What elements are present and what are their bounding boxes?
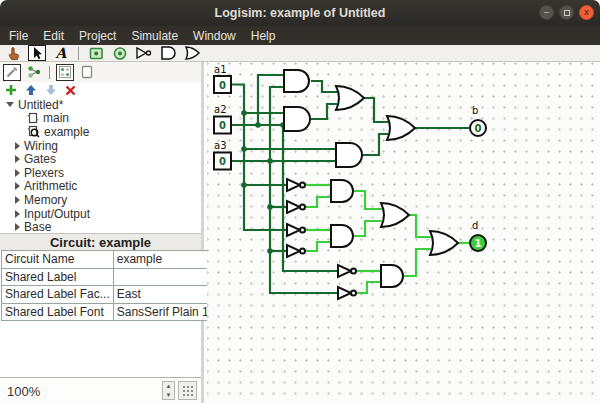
zoom-spinner[interactable]: ▲▼ xyxy=(162,381,175,400)
circuit-actions xyxy=(0,83,201,97)
explorer-toolbar-separator xyxy=(49,66,50,79)
attribute-table: Circuit Name example Shared Label Shared… xyxy=(1,250,219,321)
expand-triangle-icon[interactable] xyxy=(15,142,20,150)
left-panel: Untitled* main example Wiring Gates Plex… xyxy=(0,62,204,403)
poke-tool-icon[interactable] xyxy=(4,45,22,61)
tree-lib-memory[interactable]: Memory xyxy=(0,193,201,207)
tree-item-example[interactable]: example xyxy=(0,125,201,139)
svg-text:b: b xyxy=(472,105,478,116)
not-gate-2 xyxy=(287,201,305,213)
svg-text:1: 1 xyxy=(475,238,482,249)
circuit-icon xyxy=(27,112,39,124)
input-pin-tool-icon[interactable] xyxy=(87,45,105,61)
text-tool-icon[interactable]: A xyxy=(52,45,70,61)
input-pin-a3[interactable]: a3 0 xyxy=(214,140,231,170)
svg-text:0: 0 xyxy=(219,80,226,91)
move-down-icon[interactable] xyxy=(44,84,57,97)
tree-lib-base[interactable]: Base xyxy=(0,220,201,234)
svg-text:0: 0 xyxy=(475,123,482,134)
grid-toggle-button[interactable] xyxy=(178,381,197,400)
and-gate-5[interactable] xyxy=(331,225,353,247)
tree-lib-io[interactable]: Input/Output xyxy=(0,207,201,221)
maximize-button[interactable] xyxy=(559,5,574,20)
explorer-toolbar xyxy=(0,62,201,82)
close-button[interactable]: x xyxy=(579,5,594,20)
wire-junctions xyxy=(241,110,286,254)
table-row[interactable]: Shared Label Fac... East xyxy=(2,286,219,304)
circuit-svg: a1 0 a2 0 a3 0 b 0 d xyxy=(207,62,600,403)
input-pin-a2[interactable]: a2 0 xyxy=(214,104,231,134)
expand-triangle-icon[interactable] xyxy=(15,210,20,218)
svg-text:d: d xyxy=(472,220,478,231)
remove-circuit-icon[interactable] xyxy=(64,84,77,97)
and-gate-6[interactable] xyxy=(381,265,403,287)
expand-triangle-icon[interactable] xyxy=(15,155,20,163)
circuit-canvas[interactable]: a1 0 a2 0 a3 0 b 0 d xyxy=(207,62,600,403)
menubar: File Edit Project Simulate Window Help xyxy=(0,26,600,45)
svg-text:a2: a2 xyxy=(214,104,227,115)
edit-tool-icon[interactable] xyxy=(28,45,46,61)
and-gate-2[interactable] xyxy=(284,107,310,131)
table-row[interactable]: Circuit Name example xyxy=(2,251,219,269)
svg-text:a1: a1 xyxy=(214,64,227,75)
not-gate-6 xyxy=(338,287,356,299)
tree-lib-arithmetic[interactable]: Arithmetic xyxy=(0,180,201,194)
menu-simulate[interactable]: Simulate xyxy=(131,29,178,43)
menu-project[interactable]: Project xyxy=(79,29,116,43)
window-title: Logisim: example of Untitled xyxy=(215,6,386,20)
and-gate-4[interactable] xyxy=(331,180,353,202)
expand-triangle-icon[interactable] xyxy=(15,223,20,231)
zoom-bar: 100% ▲▼ xyxy=(0,377,201,403)
output-pin-tool-icon[interactable] xyxy=(111,45,129,61)
add-circuit-icon[interactable] xyxy=(4,84,17,97)
menu-file[interactable]: File xyxy=(9,29,28,43)
or-gate-3[interactable] xyxy=(430,231,458,255)
and-gate-3[interactable] xyxy=(336,143,362,167)
expand-triangle-icon[interactable] xyxy=(15,196,20,204)
zoom-value[interactable]: 100% xyxy=(7,384,40,399)
tree-lib-wiring[interactable]: Wiring xyxy=(0,139,201,153)
toolbox-icon[interactable] xyxy=(3,64,21,81)
output-pin-d[interactable]: d 1 xyxy=(470,220,486,251)
layout-icon[interactable] xyxy=(56,64,74,81)
attribute-panel-header: Circuit: example xyxy=(0,233,201,250)
simulation-tree-icon[interactable] xyxy=(25,64,43,81)
input-pin-a1[interactable]: a1 0 xyxy=(214,64,231,93)
svg-text:0: 0 xyxy=(219,156,226,167)
not-gate-4 xyxy=(287,245,305,257)
collapse-triangle-icon[interactable] xyxy=(6,102,14,107)
svg-text:0: 0 xyxy=(219,120,226,131)
output-pin-b[interactable]: b 0 xyxy=(470,105,486,136)
or-gate-1[interactable] xyxy=(336,86,364,110)
minimize-button[interactable]: – xyxy=(539,5,554,20)
or-gate-2[interactable] xyxy=(381,203,409,227)
not-gate-3 xyxy=(287,224,305,236)
and-gate-1[interactable] xyxy=(284,70,309,92)
menu-window[interactable]: Window xyxy=(193,29,236,43)
main-toolbar: A xyxy=(0,45,600,62)
not-gate-1 xyxy=(287,179,305,191)
appearance-icon[interactable] xyxy=(78,64,96,81)
table-row[interactable]: Shared Label Font SansSerif Plain 12 xyxy=(2,303,219,321)
current-circuit-icon xyxy=(27,125,40,138)
tree-lib-gates[interactable]: Gates xyxy=(0,152,201,166)
logisim-window: Logisim: example of Untitled – x File Ed… xyxy=(0,0,600,403)
table-row[interactable]: Shared Label xyxy=(2,268,219,286)
titlebar: Logisim: example of Untitled – x xyxy=(0,0,600,26)
or-gate-tool-icon[interactable] xyxy=(183,45,201,61)
not-gate-tool-icon[interactable] xyxy=(135,45,153,61)
tree-item-main[interactable]: main xyxy=(0,112,201,126)
or-gate-b[interactable] xyxy=(387,116,415,140)
toolbar-separator xyxy=(78,47,79,60)
move-up-icon[interactable] xyxy=(24,84,37,97)
tree-root[interactable]: Untitled* xyxy=(0,98,201,112)
svg-text:a3: a3 xyxy=(214,140,227,151)
and-gate-tool-icon[interactable] xyxy=(159,45,177,61)
menu-edit[interactable]: Edit xyxy=(43,29,64,43)
expand-triangle-icon[interactable] xyxy=(15,182,20,190)
tree-lib-plexers[interactable]: Plexers xyxy=(0,166,201,180)
not-gate-5 xyxy=(338,265,356,277)
expand-triangle-icon[interactable] xyxy=(15,169,20,177)
menu-help[interactable]: Help xyxy=(251,29,276,43)
